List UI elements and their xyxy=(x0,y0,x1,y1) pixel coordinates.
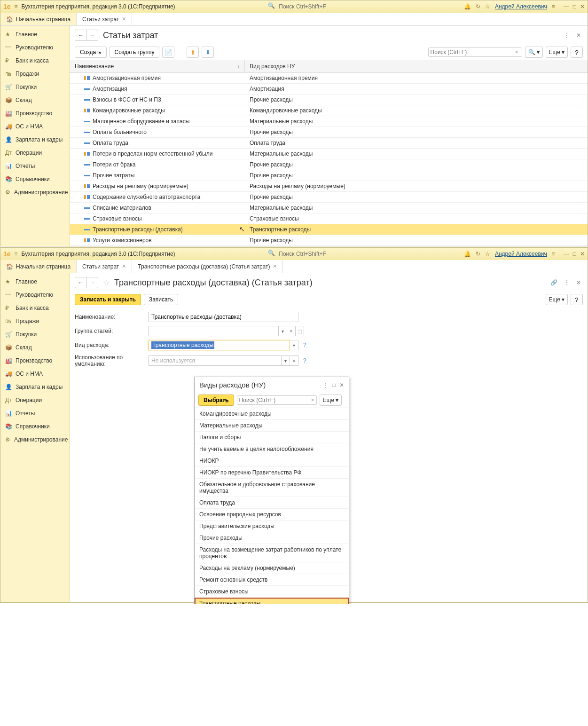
star-icon[interactable]: ☆ xyxy=(485,251,490,257)
history-icon[interactable]: ↻ xyxy=(476,251,480,257)
sidebar-item-10[interactable]: 📊Отчеты xyxy=(0,407,70,420)
sidebar-item-8[interactable]: 👤Зарплата и кадры xyxy=(0,133,70,146)
back-button[interactable]: ← xyxy=(75,30,86,40)
maximize-icon[interactable]: □ xyxy=(573,3,576,10)
sidebar-item-4[interactable]: 🛒Покупки xyxy=(0,328,70,341)
link-icon[interactable]: 🔗 xyxy=(549,278,559,287)
forward-button[interactable]: → xyxy=(86,277,98,288)
tab-form[interactable]: Транспортные расходы (доставка) (Статья … xyxy=(132,260,283,273)
help-button[interactable]: ? xyxy=(571,47,583,58)
clear-search-icon[interactable]: × xyxy=(310,397,316,403)
table-row[interactable]: Услуги комиссионеровПрочие расходы xyxy=(70,235,588,246)
sidebar-item-10[interactable]: 📊Отчеты xyxy=(0,159,70,173)
popup-more-button[interactable]: Еще ▾ xyxy=(320,395,342,406)
table-row[interactable]: Оплата больничногоПрочие расходы xyxy=(70,127,588,138)
minimize-icon[interactable]: — xyxy=(564,251,569,257)
tab-items[interactable]: Статьи затрат ✕ xyxy=(77,13,132,25)
table-row[interactable]: Списание материаловМатериальные расходы xyxy=(70,203,588,213)
sidebar-item-1[interactable]: 〰Руководителю xyxy=(0,288,70,301)
help-icon[interactable]: ? xyxy=(303,342,306,348)
list-item[interactable]: Расходы на рекламу (нормируемые) xyxy=(195,562,349,574)
list-item[interactable]: Представительские расходы xyxy=(195,521,349,532)
sidebar-item-9[interactable]: ДтОперации xyxy=(0,146,70,159)
usage-input[interactable]: Не используется xyxy=(148,355,282,366)
close-icon[interactable]: ✕ xyxy=(580,251,585,257)
tab-close-icon[interactable]: ✕ xyxy=(273,263,277,269)
favorite-icon[interactable]: ☆ xyxy=(103,278,110,287)
move-up-button[interactable]: ⬆ xyxy=(187,47,199,58)
list-item[interactable]: Оплата труда xyxy=(195,497,349,509)
save-button[interactable]: Записать xyxy=(144,294,178,305)
type-input[interactable]: Транспортные расходы xyxy=(148,340,290,350)
table-row[interactable]: АмортизацияАмортизация xyxy=(70,84,588,95)
table-row[interactable]: Содержание служебного автотранспортаПроч… xyxy=(70,192,588,203)
sidebar-item-5[interactable]: 📦Склад xyxy=(0,341,70,354)
kebab-icon[interactable]: ⋮ xyxy=(323,382,329,388)
clear-icon[interactable]: × xyxy=(287,326,296,336)
user-link[interactable]: Андрей Алексеевич xyxy=(495,3,547,10)
column-type[interactable]: Вид расходов НУ xyxy=(245,60,588,72)
maximize-icon[interactable]: □ xyxy=(573,251,576,257)
tab-items[interactable]: Статьи затрат ✕ xyxy=(77,260,132,273)
help-icon[interactable]: ? xyxy=(303,357,306,364)
sidebar-item-2[interactable]: ₽Банк и касса xyxy=(0,54,70,67)
clear-icon[interactable]: × xyxy=(290,355,298,366)
forward-button[interactable]: → xyxy=(86,30,98,40)
sidebar-item-4[interactable]: 🛒Покупки xyxy=(0,80,70,94)
sidebar-item-5[interactable]: 📦Склад xyxy=(0,94,70,107)
help-button[interactable]: ? xyxy=(571,294,583,305)
sidebar-item-8[interactable]: 👤Зарплата и кадры xyxy=(0,380,70,394)
table-row[interactable]: Оплата трудаОплата труда xyxy=(70,138,588,149)
maximize-icon[interactable]: □ xyxy=(332,382,336,388)
sidebar-item-1[interactable]: 〰Руководителю xyxy=(0,41,70,54)
table-row[interactable]: Расходы на рекламу (нормируемые)Расходы … xyxy=(70,181,588,192)
group-input[interactable] xyxy=(148,326,279,336)
history-icon[interactable]: ↻ xyxy=(476,3,480,10)
panel-icon[interactable]: ≡ xyxy=(552,251,555,257)
list-item[interactable]: Обязательное и добровольное страхование … xyxy=(195,479,349,497)
sidebar-item-7[interactable]: 🚚ОС и НМА xyxy=(0,367,70,380)
dropdown-icon[interactable]: ▾ xyxy=(279,326,287,336)
close-page-icon[interactable]: ✕ xyxy=(574,31,583,39)
sidebar-item-6[interactable]: 🏭Производство xyxy=(0,107,70,120)
dropdown-icon[interactable]: ▾ xyxy=(290,340,298,350)
more-button[interactable]: Еще ▾ xyxy=(546,47,568,58)
sidebar-item-0[interactable]: ★Главное xyxy=(0,28,70,41)
open-dialog-icon[interactable]: ⬚ xyxy=(296,326,304,336)
sidebar-item-11[interactable]: 📚Справочники xyxy=(0,173,70,186)
tab-close-icon[interactable]: ✕ xyxy=(122,16,126,22)
sidebar-item-3[interactable]: 🛍Продажи xyxy=(0,315,70,328)
create-group-button[interactable]: Создать группу xyxy=(110,47,160,58)
search-input[interactable] xyxy=(431,49,514,55)
minimize-icon[interactable]: — xyxy=(564,3,569,10)
table-row[interactable]: Малоценное оборудование и запасыМатериал… xyxy=(70,116,588,127)
panel-icon[interactable]: ≡ xyxy=(552,3,555,10)
list-item[interactable]: Освоение природных ресурсов xyxy=(195,509,349,521)
column-name[interactable]: Наименование ↓ xyxy=(70,60,245,72)
bell-icon[interactable]: 🔔 xyxy=(464,251,471,257)
sidebar-item-3[interactable]: 🛍Продажи xyxy=(0,67,70,80)
sidebar-item-9[interactable]: ДтОперации xyxy=(0,394,70,407)
kebab-icon[interactable]: ⋮ xyxy=(562,278,572,287)
sidebar-item-6[interactable]: 🏭Производство xyxy=(0,354,70,367)
sidebar-item-2[interactable]: ₽Банк и касса xyxy=(0,301,70,315)
table-row[interactable]: Страховые взносыСтраховые взносы xyxy=(70,213,588,224)
menu-icon[interactable]: ≡ xyxy=(15,3,18,10)
kebab-icon[interactable]: ⋮ xyxy=(562,31,572,39)
back-button[interactable]: ← xyxy=(75,277,86,288)
tab-home[interactable]: 🏠 Начальная страница xyxy=(0,13,77,25)
clear-search-icon[interactable]: × xyxy=(514,49,520,55)
table-row[interactable]: Командировочные расходыКомандировочные р… xyxy=(70,105,588,116)
list-item[interactable]: Страховые взносы xyxy=(195,586,349,598)
list-item[interactable]: НИОКР xyxy=(195,455,349,467)
bell-icon[interactable]: 🔔 xyxy=(464,3,471,10)
table-row[interactable]: Потери от бракаПрочие расходы xyxy=(70,159,588,170)
table-row[interactable]: Взносы в ФСС от НС и ПЗПрочие расходы xyxy=(70,95,588,105)
table-row[interactable]: Потери в пределах норм естественной убыл… xyxy=(70,149,588,159)
popup-search-input[interactable] xyxy=(239,397,310,403)
sidebar-item-7[interactable]: 🚚ОС и НМА xyxy=(0,120,70,133)
table-row[interactable]: Транспортные расходы (доставка)Транспорт… xyxy=(70,224,588,235)
list-item[interactable]: Ремонт основных средств xyxy=(195,574,349,586)
close-page-icon[interactable]: ✕ xyxy=(574,278,583,287)
list-item[interactable]: Командировочные расходы xyxy=(195,408,349,420)
